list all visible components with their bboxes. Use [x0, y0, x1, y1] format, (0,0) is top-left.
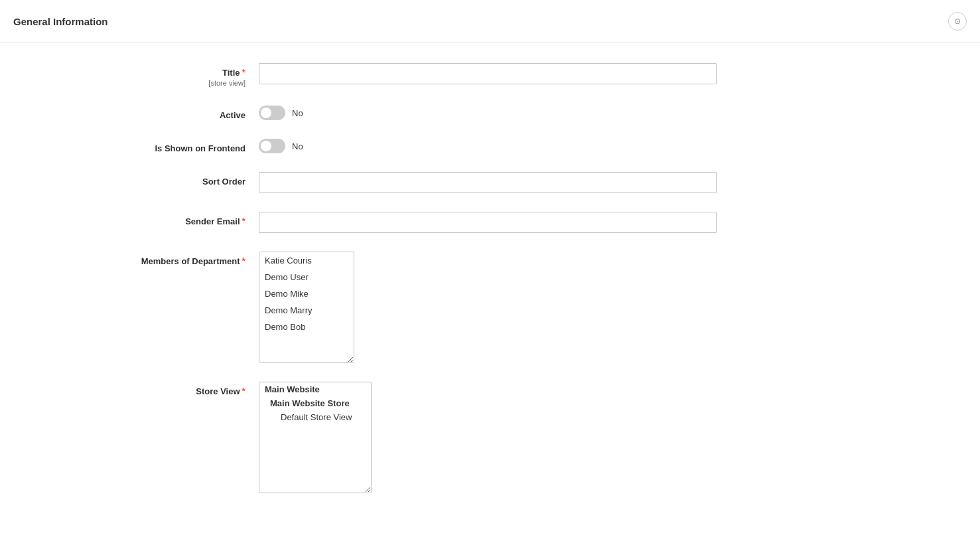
is-shown-slider	[259, 139, 285, 153]
active-field-col: No	[259, 106, 723, 120]
sort-order-label: Sort Order	[202, 177, 245, 187]
active-label: Active	[220, 110, 245, 120]
members-select[interactable]: Katie CourisDemo UserDemo MikeDemo Marry…	[259, 252, 354, 363]
form-body: Title* [store view] Active No	[0, 43, 980, 532]
title-sublabel: [store view]	[13, 79, 245, 87]
store-view-label: Store View	[196, 386, 240, 396]
store-view-label-col: Store View*	[13, 382, 259, 396]
collapse-icon[interactable]: ⊙	[948, 12, 967, 31]
is-shown-field-col: No	[259, 139, 723, 153]
sort-order-field-col	[259, 172, 723, 193]
sort-order-input[interactable]	[259, 172, 717, 193]
title-row: Title* [store view]	[0, 63, 980, 87]
sender-email-label: Sender Email	[185, 216, 240, 226]
store-view-default[interactable]: Default Store View	[259, 410, 371, 424]
sender-email-input[interactable]	[259, 212, 717, 233]
title-required: *	[242, 67, 245, 78]
active-label-col: Active	[13, 106, 259, 120]
members-field-col: Katie CourisDemo UserDemo MikeDemo Marry…	[259, 252, 723, 363]
active-no-text: No	[292, 108, 303, 118]
store-view-field-col: Main Website Main Website Store Default …	[259, 382, 723, 493]
store-view-main-website-store[interactable]: Main Website Store	[259, 396, 371, 410]
title-label-col: Title* [store view]	[13, 63, 259, 87]
title-input[interactable]	[259, 63, 717, 84]
list-item[interactable]: Demo User	[259, 269, 354, 285]
is-shown-row: Is Shown on Frontend No	[0, 139, 980, 153]
members-label: Members of Department	[141, 256, 240, 266]
section-title: General Information	[13, 16, 108, 27]
sender-email-required: *	[242, 216, 245, 226]
sort-order-label-col: Sort Order	[13, 172, 259, 187]
members-row: Members of Department* Katie CourisDemo …	[0, 252, 980, 363]
active-toggle[interactable]	[259, 106, 285, 120]
store-view-select[interactable]: Main Website Main Website Store Default …	[259, 382, 372, 493]
list-item[interactable]: Demo Bob	[259, 319, 354, 335]
members-required: *	[242, 256, 245, 266]
active-row: Active No	[0, 106, 980, 120]
is-shown-label-col: Is Shown on Frontend	[13, 139, 259, 153]
is-shown-toggle-container: No	[259, 139, 723, 153]
store-view-main-website[interactable]: Main Website	[259, 382, 371, 396]
is-shown-label: Is Shown on Frontend	[155, 143, 246, 153]
sender-email-field-col	[259, 212, 723, 233]
is-shown-toggle[interactable]	[259, 139, 285, 153]
title-field-col	[259, 63, 723, 84]
active-toggle-container: No	[259, 106, 723, 120]
members-label-col: Members of Department*	[13, 252, 259, 266]
page-container: General Information ⊙ Title* [store view…	[0, 0, 980, 547]
sort-order-row: Sort Order	[0, 172, 980, 193]
list-item[interactable]: Katie Couris	[259, 252, 354, 269]
list-item[interactable]: Demo Mike	[259, 285, 354, 302]
is-shown-no-text: No	[292, 141, 303, 151]
title-label: Title	[222, 68, 240, 78]
sender-email-label-col: Sender Email*	[13, 212, 259, 226]
active-slider	[259, 106, 285, 120]
sender-email-row: Sender Email*	[0, 212, 980, 233]
store-view-row: Store View* Main Website Main Website St…	[0, 382, 980, 493]
store-view-required: *	[242, 386, 245, 396]
section-header: General Information ⊙	[0, 0, 980, 43]
list-item[interactable]: Demo Marry	[259, 302, 354, 319]
